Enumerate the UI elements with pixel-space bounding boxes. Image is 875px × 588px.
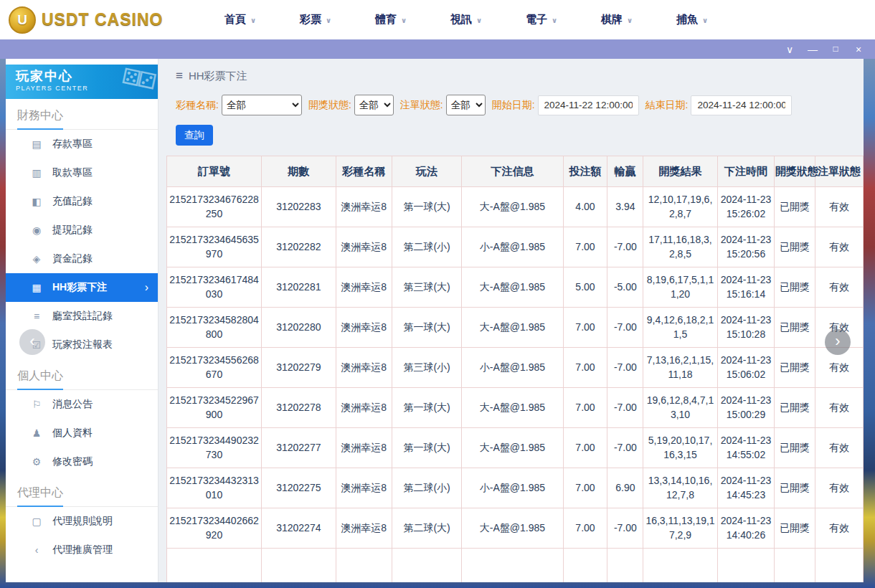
table-cell: 有效: [815, 267, 863, 308]
lottery-name-select[interactable]: 全部: [222, 95, 302, 115]
sidebar-item-hh-lottery-bet[interactable]: ▦HH彩票下注›: [6, 273, 158, 302]
start-date-input[interactable]: [538, 95, 639, 115]
chevron-right-icon: ›: [835, 332, 840, 351]
column-header: 下注信息: [462, 156, 563, 187]
window-menu-button[interactable]: ∨: [779, 44, 800, 54]
app-logo[interactable]: U USDT CASINO: [9, 6, 163, 34]
table-cell: 2152173234556268670: [167, 348, 262, 388]
bet-status-label: 注單狀態:: [400, 99, 443, 112]
sidebar-item-deposit[interactable]: ▤存款專區: [6, 130, 158, 158]
table-cell: 大-A盤@1.985: [462, 428, 563, 468]
bet-status-select[interactable]: 全部: [446, 95, 486, 115]
table-cell: 已開獎: [775, 388, 815, 428]
funds-record-icon: ◈: [30, 253, 43, 265]
table-cell: 19,6,12,8,4,7,13,10: [643, 388, 718, 428]
table-cell: [643, 549, 718, 583]
table-cell: 2152173234582804800: [167, 308, 262, 348]
table-cell: 9,4,12,6,18,2,11,5: [643, 308, 718, 348]
table-cell: 2152173234676228250: [167, 187, 262, 227]
table-cell: 7.00: [563, 388, 607, 428]
column-header: 輸贏: [607, 156, 643, 187]
sidebar-item-label: 取款專區: [52, 166, 93, 179]
sidebar-item-withdraw[interactable]: ▥取款專區: [6, 158, 158, 187]
table-row: 215217323443231301031202275澳洲幸运8第二球(小)小-…: [167, 468, 864, 508]
table-cell: 13,3,14,10,16,12,7,8: [643, 468, 718, 508]
table-cell: [462, 549, 563, 583]
lottery-bet-icon: ▦: [30, 282, 43, 293]
chevron-down-icon: ∨: [401, 16, 407, 24]
table-cell: 5,19,20,10,17,16,3,15: [643, 428, 718, 468]
announcement-icon: ⚐: [30, 399, 43, 410]
sidebar-item-agent-rules[interactable]: ▢代理規則說明: [6, 507, 158, 536]
table-cell: [775, 549, 815, 583]
table-cell: 第三球(小): [392, 348, 462, 388]
table-cell: 7,13,16,2,1,15,11,18: [643, 348, 718, 388]
sidebar-item-agent-promotion[interactable]: ‹代理推廣管理: [6, 536, 158, 564]
table-row: 215217323458280480031202280澳洲幸运8第一球(大)大-…: [167, 308, 864, 348]
table-cell: -5.00: [607, 267, 643, 308]
search-button[interactable]: 查詢: [176, 125, 213, 146]
close-button[interactable]: ×: [848, 44, 869, 54]
room-bet-record-icon: ≡: [30, 310, 43, 322]
table-cell: 2152173234490232730: [167, 428, 262, 468]
column-header: 彩種名稱: [336, 156, 392, 187]
menu-icon[interactable]: ≡: [176, 69, 183, 83]
nav-item-slots[interactable]: 電子∨: [503, 13, 579, 27]
table-cell: 大-A盤@1.985: [462, 267, 563, 308]
nav-item-live[interactable]: 視訊∨: [428, 13, 503, 27]
table-cell: 澳洲幸运8: [336, 187, 392, 227]
sidebar-item-profile[interactable]: ♟個人資料: [6, 419, 158, 447]
sidebar-item-label: 資金記錄: [52, 252, 93, 265]
table-cell: 澳洲幸运8: [336, 388, 392, 428]
nav-item-chess[interactable]: 棋牌∨: [579, 13, 654, 27]
sidebar-item-label: 修改密碼: [52, 455, 93, 468]
nav-item-label: 捕魚: [676, 13, 698, 27]
table-cell: 第三球(大): [392, 267, 462, 308]
nav-item-fishing[interactable]: 捕魚∨: [654, 13, 729, 27]
section-header: 個人中心: [6, 359, 158, 390]
nav-item-sports[interactable]: 體育∨: [353, 13, 428, 27]
draw-status-select[interactable]: 全部: [354, 95, 394, 115]
end-date-input[interactable]: [691, 95, 792, 115]
carousel-right-arrow[interactable]: ›: [825, 329, 851, 355]
nav-item-lottery[interactable]: 彩票∨: [278, 13, 353, 27]
sidebar-item-withdrawal-record[interactable]: ◉提現記錄: [6, 216, 158, 245]
nav-item-home[interactable]: 首頁∨: [202, 13, 278, 27]
chevron-right-icon: ›: [145, 281, 148, 294]
table-cell: 第二球(小): [392, 468, 462, 508]
table-cell: 有效: [815, 227, 863, 267]
table-cell: 16,3,11,13,19,17,2,9: [643, 508, 718, 549]
table-cell: 澳洲幸运8: [336, 308, 392, 348]
filter-bar: 彩種名稱: 全部 開獎狀態: 全部 注單狀態: 全部 開始日期: 結束日期:: [176, 95, 864, 115]
sidebar-item-change-password[interactable]: ⚙修改密碼: [6, 447, 158, 476]
table-cell: 12,10,17,19,6,2,8,7: [643, 187, 718, 227]
table-cell: 大-A盤@1.985: [462, 508, 563, 549]
top-nav-bar: U USDT CASINO 首頁∨彩票∨體育∨視訊∨電子∨棋牌∨捕魚∨: [0, 0, 875, 39]
table-cell: 2024-11-23 14:45:23: [717, 468, 774, 508]
sidebar-item-label: 廳室投註記錄: [52, 310, 113, 323]
table-cell: 7.00: [563, 348, 607, 388]
table-cell: 大-A盤@1.985: [462, 187, 563, 227]
window-titlebar: ∨—□×: [0, 39, 875, 59]
carousel-left-arrow[interactable]: ‹: [19, 329, 45, 355]
agent-rules-icon: ▢: [30, 516, 43, 527]
column-header: 開獎狀態: [775, 156, 815, 187]
table-cell: 已開獎: [775, 508, 815, 549]
table-cell: 澳洲幸运8: [336, 468, 392, 508]
table-cell: 已開獎: [775, 468, 815, 508]
coin-logo-icon: U: [9, 6, 36, 34]
end-date-label: 結束日期:: [645, 99, 689, 112]
table-cell: 4.00: [563, 187, 607, 227]
maximize-button[interactable]: □: [825, 44, 846, 54]
sidebar-item-announcements[interactable]: ⚐消息公告: [6, 390, 158, 419]
window-controls: ∨—□×: [779, 44, 869, 54]
table-cell: 第一球(大): [392, 308, 462, 348]
sidebar-item-funds-record[interactable]: ◈資金記錄: [6, 245, 158, 273]
sidebar-item-recharge-record[interactable]: ◧充值記錄: [6, 187, 158, 216]
table-cell: 2152173234522967900: [167, 388, 262, 428]
table-cell: 2024-11-23 14:55:02: [717, 428, 774, 468]
sidebar-item-room-bet-record[interactable]: ≡廳室投註記錄: [6, 302, 158, 331]
sidebar-item-label: 充值記錄: [52, 195, 93, 208]
table-cell: 31202283: [262, 187, 336, 227]
minimize-button[interactable]: —: [802, 44, 823, 54]
